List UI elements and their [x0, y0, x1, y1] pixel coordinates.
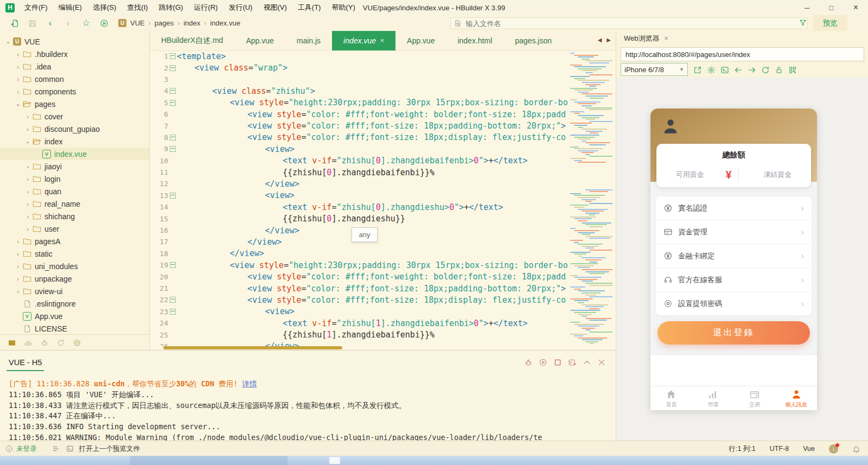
code-area[interactable]: 1<template>2<view class="wrap">34<view c… [150, 50, 616, 346]
bell-icon[interactable] [852, 445, 860, 453]
menu-item-官方在線客服[interactable]: 官方在線客服› [656, 268, 812, 292]
fold-toggle-icon[interactable] [170, 100, 176, 106]
tree-item-pages[interactable]: ⌄pages [0, 98, 149, 110]
chevron-right-icon[interactable]: › [14, 63, 22, 70]
fold-toggle-icon[interactable] [170, 193, 176, 199]
logout-button[interactable]: 退出登錄 [658, 321, 810, 345]
device-select[interactable]: iPhone 6/7/8▼ [621, 63, 688, 76]
chevron-right-icon[interactable]: › [24, 188, 31, 195]
file-search-box[interactable] [450, 17, 808, 29]
sync-icon[interactable] [56, 337, 65, 347]
terminal-icon[interactable] [66, 445, 74, 453]
terminal-icon[interactable] [720, 65, 729, 74]
cursor-position[interactable]: 行:1 列:1 [729, 444, 755, 454]
minimize-button[interactable]: ─ [795, 4, 819, 12]
fold-toggle-icon[interactable] [170, 297, 176, 303]
menu-item[interactable]: 文件(F) [19, 3, 53, 12]
tree-item-cover[interactable]: ›cover [0, 110, 149, 123]
editor-tab-pages.json[interactable]: pages.json [503, 31, 563, 50]
login-status[interactable]: 未登录 [16, 444, 37, 454]
breadcrumb-item[interactable]: VUE [130, 19, 145, 27]
avatar-icon[interactable] [661, 117, 680, 136]
close-browser-tab-icon[interactable]: × [665, 35, 668, 42]
menu-item[interactable]: 编辑(E) [53, 3, 87, 12]
tree-item-quan[interactable]: ›quan [0, 185, 149, 198]
arrow-right-icon[interactable] [748, 65, 756, 74]
menu-item[interactable]: 选择(S) [87, 3, 122, 12]
qrcode-icon[interactable] [788, 65, 797, 74]
settings-icon[interactable] [707, 65, 716, 74]
chevron-right-icon[interactable]: › [14, 76, 22, 82]
tabbar-item-個人訊息[interactable]: 個人訊息 [775, 387, 817, 410]
chevron-down-icon[interactable]: ⌄ [24, 138, 31, 145]
encoding[interactable]: UTF-8 [770, 445, 789, 453]
url-bar[interactable]: http://localhost:8080/#/pages/user/index [621, 47, 864, 61]
menu-item-資金管理[interactable]: 資金管理› [656, 220, 812, 244]
minimap[interactable] [570, 53, 612, 346]
breadcrumb-item[interactable]: pages [155, 19, 174, 27]
scrollbar-thumb[interactable] [163, 346, 342, 349]
tree-item-static[interactable]: ›static [0, 247, 149, 260]
fold-toggle-icon[interactable] [170, 53, 176, 59]
bug-icon[interactable] [524, 357, 533, 367]
chevron-right-icon[interactable]: › [14, 238, 22, 245]
restart-icon[interactable] [539, 357, 547, 367]
editor-tab-index.html[interactable]: index.html [446, 31, 503, 50]
menu-item[interactable]: 发行(U) [223, 3, 258, 12]
details-link[interactable]: 详情 [242, 379, 257, 388]
file-type[interactable]: Vue [803, 445, 815, 453]
chevron-right-icon[interactable]: › [14, 276, 22, 282]
chevron-right-icon[interactable]: › [14, 251, 22, 257]
fold-toggle-icon[interactable] [170, 135, 176, 141]
horizontal-scrollbar[interactable] [150, 346, 616, 350]
tab-scroll-arrows[interactable]: ◀ ▶ [598, 37, 612, 43]
bug-icon[interactable] [40, 337, 49, 347]
tree-item-VUE[interactable]: ⌄UVUE [0, 35, 149, 48]
breadcrumb[interactable]: U VUE›pages›index›index.vue [118, 19, 240, 27]
chevron-right-icon[interactable]: › [24, 176, 31, 182]
chevron-down-icon[interactable]: ⌄ [14, 100, 22, 107]
close-icon[interactable] [597, 357, 606, 367]
chevron-right-icon[interactable]: › [14, 263, 22, 270]
unlock-icon[interactable] [775, 65, 783, 74]
open-previous-preview[interactable]: 打开上一个预览文件 [79, 444, 141, 454]
menu-item-設置提領密碼[interactable]: 設置提領密碼› [656, 292, 812, 315]
fold-toggle-icon[interactable] [170, 309, 176, 315]
chevron-right-icon[interactable]: › [24, 126, 31, 132]
menu-item-金融卡綁定[interactable]: 金融卡綁定› [656, 244, 812, 268]
tree-item-shichang[interactable]: ›shichang [0, 210, 149, 222]
tabbar-item-首頁[interactable]: 首頁 [650, 387, 692, 410]
close-tab-icon[interactable]: × [380, 37, 384, 44]
chevron-right-icon[interactable]: › [14, 51, 22, 58]
chevron-up-icon[interactable] [583, 357, 591, 367]
fold-toggle-icon[interactable] [170, 146, 176, 152]
tree-item-.eslintignore[interactable]: .eslintignore [0, 297, 149, 310]
tree-item-jiaoyi[interactable]: ›jiaoyi [0, 160, 149, 173]
terminal-new-icon[interactable] [568, 357, 577, 367]
save-icon[interactable] [23, 18, 41, 28]
forward-icon[interactable]: › [59, 18, 77, 28]
tree-item-common[interactable]: ›common [0, 73, 149, 85]
tabbar-item-市場[interactable]: 市場 [692, 387, 734, 410]
arrow-left-icon[interactable] [734, 65, 743, 74]
list-icon[interactable] [52, 445, 60, 453]
browser-tab[interactable]: Web浏览器 × [624, 34, 668, 43]
fold-toggle-icon[interactable] [170, 262, 176, 268]
fold-toggle-icon[interactable] [170, 88, 176, 94]
breadcrumb-item[interactable]: index.vue [210, 19, 240, 27]
console-tab[interactable]: VUE - H5 [9, 358, 42, 367]
tree-item-components[interactable]: ›components [0, 85, 149, 98]
editor-tab-HBuilderX自述.md[interactable]: HBuilderX自述.md [150, 31, 234, 50]
breadcrumb-item[interactable]: index [183, 19, 200, 27]
tree-item-uview-ui[interactable]: ›uview-ui [0, 285, 149, 297]
tree-item-LICENSE[interactable]: LICENSE [0, 322, 149, 334]
chevron-right-icon[interactable]: › [24, 226, 31, 232]
fold-toggle-icon[interactable] [170, 65, 176, 71]
tree-item-discount_gupiao[interactable]: ›discount_gupiao [0, 123, 149, 135]
tabbar-item-交易[interactable]: 交易 [734, 387, 776, 410]
maximize-button[interactable]: □ [819, 4, 844, 12]
filter-icon[interactable] [799, 18, 807, 27]
refresh-icon[interactable] [761, 65, 770, 74]
globe-icon[interactable] [73, 337, 81, 347]
tree-item-.idea[interactable]: ›.idea [0, 60, 149, 73]
